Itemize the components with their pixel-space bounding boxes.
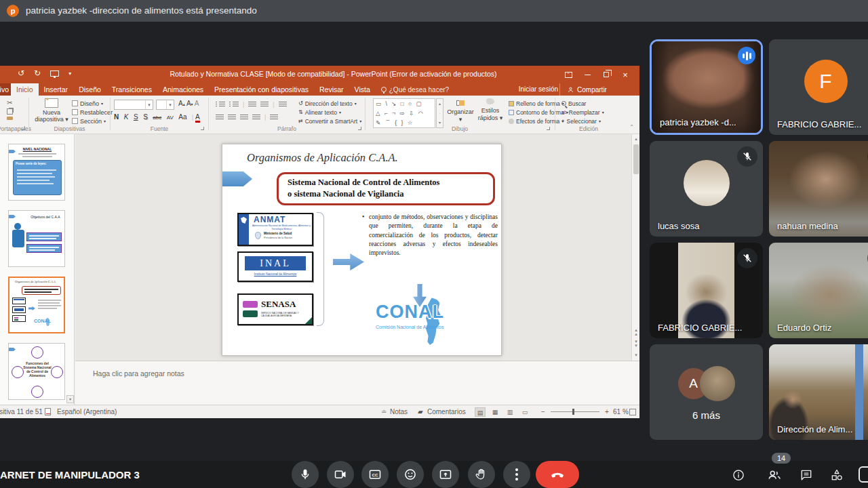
participant-tile-patricia[interactable]: patricia yazbek -d... xyxy=(650,39,763,135)
zoom-in-button[interactable]: + xyxy=(605,408,609,415)
bullets-icon[interactable] xyxy=(216,102,225,108)
select-button[interactable]: ⌖Seleccionar▾ xyxy=(561,117,604,125)
justify-icon[interactable] xyxy=(252,115,260,121)
copy-icon[interactable] xyxy=(7,108,13,115)
shape-effects-button[interactable]: Efectos de forma▾ xyxy=(509,117,568,125)
spellcheck-icon[interactable] xyxy=(45,408,51,415)
underline-button[interactable]: S xyxy=(134,113,138,121)
tab-transiciones[interactable]: Transiciones xyxy=(106,83,157,96)
participant-tile-fabricio-2[interactable]: FABRICIO GABRIE... xyxy=(650,243,763,338)
tab-inicio[interactable]: Inicio xyxy=(11,83,39,96)
normal-view-button[interactable]: ▤ xyxy=(475,407,486,417)
notes-toggle[interactable]: Notas xyxy=(390,408,408,415)
thumbnail-slide-11[interactable]: Objetivos del C.A.A xyxy=(8,210,65,267)
clipped-panel-icon[interactable] xyxy=(859,466,868,483)
shrink-font-icon[interactable]: A▾ xyxy=(186,100,193,107)
align-right-icon[interactable] xyxy=(240,115,248,121)
restore-button[interactable] xyxy=(597,66,616,83)
text-shadow-button[interactable]: S xyxy=(143,113,148,121)
slideshow-icon[interactable] xyxy=(50,70,59,77)
text-direction-button[interactable]: ↺Dirección del texto▾ xyxy=(298,99,361,108)
find-button[interactable]: Buscar xyxy=(561,99,604,108)
thumbnail-slide-current[interactable]: Organismos de Aplicación C.A.A. CONAL xyxy=(8,277,65,333)
arrange-button[interactable]: Organizar▾ xyxy=(446,98,475,123)
decrease-indent-icon[interactable] xyxy=(248,102,256,108)
replace-button[interactable]: abReemplazar▾ xyxy=(561,108,604,117)
mic-button[interactable] xyxy=(292,461,319,488)
italic-button[interactable]: K xyxy=(124,113,129,121)
share-button[interactable]: Compartir xyxy=(559,83,614,96)
tab-archivo[interactable]: Archivo xyxy=(0,83,11,96)
shape-outline-button[interactable]: Contorno de forma▾ xyxy=(509,108,568,117)
editor-scrollbar[interactable]: ▴ ▴▴ ▾▾ ▾ xyxy=(631,134,639,361)
sign-in-button[interactable]: Iniciar sesión xyxy=(519,83,558,96)
tab-insertar[interactable]: Insertar xyxy=(39,83,74,96)
clear-format-icon[interactable]: A xyxy=(195,100,199,107)
cut-icon[interactable]: ✂ xyxy=(7,99,13,106)
fit-slide-button[interactable] xyxy=(629,409,636,415)
close-button[interactable]: × xyxy=(616,66,635,83)
shape-fill-button[interactable]: Relleno de forma▾ xyxy=(509,99,568,108)
reading-view-button[interactable]: ▥ xyxy=(505,407,515,417)
reactions-button[interactable] xyxy=(397,461,424,488)
notes-pane[interactable]: Haga clic para agregar notas xyxy=(75,361,639,405)
slide-canvas[interactable]: Organismos de Aplicación C.A.A. Sistema … xyxy=(222,144,502,356)
camera-button[interactable] xyxy=(327,461,354,488)
line-spacing-icon[interactable] xyxy=(279,102,287,108)
font-name-combo[interactable]: ▾ xyxy=(114,100,153,110)
zoom-slider[interactable] xyxy=(551,411,599,412)
captions-button[interactable]: CC xyxy=(361,461,389,488)
increase-indent-icon[interactable] xyxy=(260,102,269,108)
redo-icon[interactable]: ↻ xyxy=(34,68,41,78)
zoom-slider-thumb[interactable] xyxy=(572,409,574,415)
undo-icon[interactable]: ↺ xyxy=(18,68,24,78)
ribbon-display-options-button[interactable]: ⌃ xyxy=(559,66,578,83)
grow-font-icon[interactable]: A▴ xyxy=(178,100,185,107)
tab-vista[interactable]: Vista xyxy=(349,83,376,96)
char-spacing-button[interactable]: AV xyxy=(167,115,174,121)
raise-hand-button[interactable] xyxy=(468,461,495,488)
drawing-dialog-launcher[interactable] xyxy=(547,127,550,130)
scroll-down-icon[interactable]: ▾ xyxy=(632,351,639,359)
reset-button[interactable]: Restablecer xyxy=(72,108,113,117)
thumbnail-scroll-down[interactable]: ▾ xyxy=(66,395,74,403)
next-slide-button[interactable]: ▾▾ xyxy=(632,340,639,348)
align-left-icon[interactable] xyxy=(216,115,224,121)
thumbnail-slide-10[interactable]: NIVEL NACIONAL Posee serie de leyes: xyxy=(8,144,65,201)
clipboard-dialog-launcher[interactable] xyxy=(22,127,25,130)
font-dialog-launcher[interactable] xyxy=(201,127,204,130)
customize-qat-icon[interactable]: ▾ xyxy=(68,70,71,78)
overflow-participants-tile[interactable]: A 6 más xyxy=(650,344,763,440)
change-case-button[interactable]: Aa xyxy=(178,113,186,121)
participant-tile-eduardo[interactable]: Eduardo Ortiz xyxy=(769,243,868,338)
previous-slide-button[interactable]: ▴▴ xyxy=(632,328,639,336)
tell-me-box[interactable]: ¿Qué desea hacer? xyxy=(376,83,454,96)
meeting-details-button[interactable] xyxy=(730,466,747,484)
leave-call-button[interactable] xyxy=(536,461,579,488)
participant-tile-nahuan[interactable]: nahuan medina xyxy=(769,141,868,237)
font-size-combo[interactable]: ▾ xyxy=(156,100,174,110)
shapes-gallery[interactable]: ▭ \ ↘ □ ○ ▢ △ ⌐ ¬ ⇨ ⇩ ◠ ✎ ⌒ { } ☆ xyxy=(373,98,435,128)
participant-tile-fabricio-1[interactable]: F FABRICIO GABRIE... xyxy=(769,39,868,135)
chat-panel-button[interactable] xyxy=(797,466,815,484)
scroll-up-icon[interactable]: ▴ xyxy=(632,135,639,143)
tab-presentacion[interactable]: Presentación con diapositivas xyxy=(209,83,314,96)
paragraph-dialog-launcher[interactable] xyxy=(358,127,361,130)
tab-animaciones[interactable]: Animaciones xyxy=(157,83,209,96)
strikethrough-button[interactable]: abc xyxy=(153,115,161,121)
font-color-button[interactable]: A xyxy=(195,113,200,123)
participant-tile-direccion[interactable]: Dirección de Alim... xyxy=(769,344,868,440)
section-button[interactable]: Sección▾ xyxy=(72,117,113,125)
columns-icon[interactable] xyxy=(270,115,278,121)
shapes-gallery-scrollbar[interactable]: ▴·▾ xyxy=(436,98,443,128)
numbering-icon[interactable] xyxy=(229,102,239,108)
more-options-button[interactable] xyxy=(503,461,530,488)
comments-toggle[interactable]: Comentarios xyxy=(427,408,466,415)
scrollbar-thumb[interactable] xyxy=(633,144,639,174)
slide-sorter-view-button[interactable]: ▦ xyxy=(490,407,500,417)
participant-tile-lucas[interactable]: lucas sosa xyxy=(650,141,763,237)
quick-styles-button[interactable]: Estilos rápidos ▾ xyxy=(475,98,506,121)
minimize-button[interactable] xyxy=(578,66,597,83)
slideshow-view-button[interactable]: ▭ xyxy=(519,407,530,417)
collapse-ribbon-icon[interactable]: ⌃ xyxy=(629,124,634,130)
